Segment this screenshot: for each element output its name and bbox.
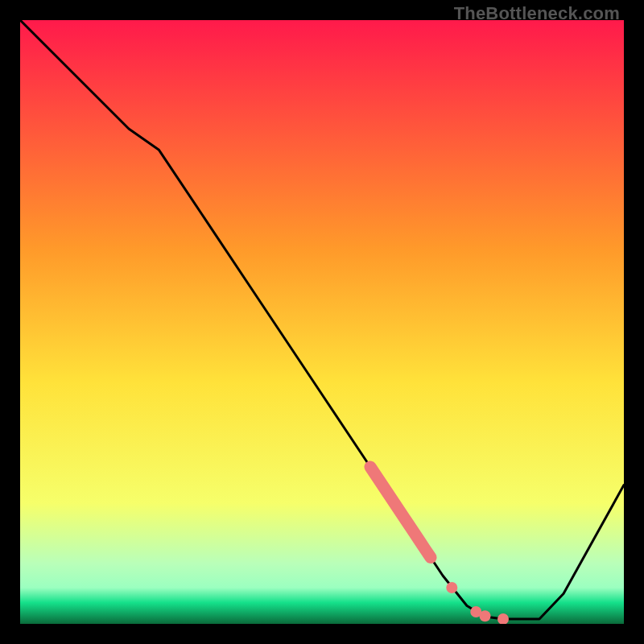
highlight-dot bbox=[480, 610, 491, 621]
watermark-text: TheBottleneck.com bbox=[454, 3, 620, 24]
chart-svg bbox=[20, 20, 624, 624]
outer-frame: TheBottleneck.com bbox=[0, 0, 644, 644]
highlight-dot bbox=[446, 582, 457, 593]
plot-area bbox=[20, 20, 624, 624]
